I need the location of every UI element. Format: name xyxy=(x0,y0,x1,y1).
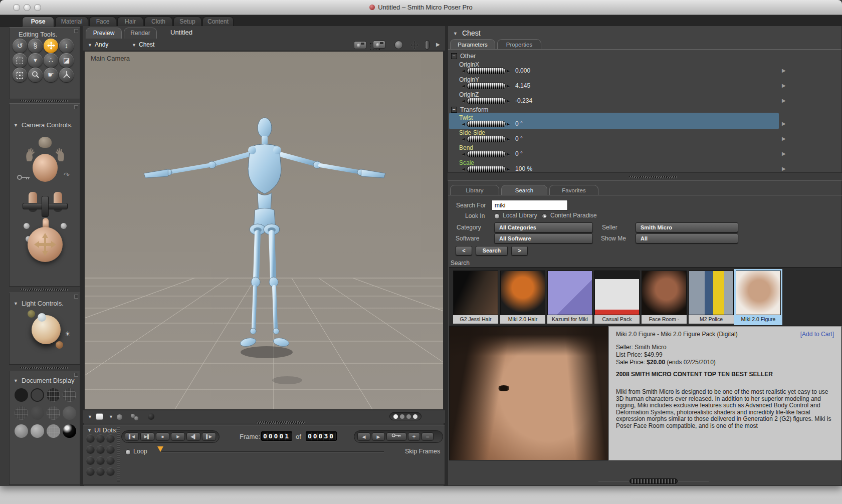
twist-tool-button[interactable]: § xyxy=(28,39,43,53)
rotate-tool-button[interactable]: ↺ xyxy=(13,39,27,53)
software-dropdown[interactable]: All Software xyxy=(494,233,593,243)
panel-resize-grip[interactable] xyxy=(257,421,305,424)
camera-trackball[interactable] xyxy=(28,227,63,262)
tracking-ball-icon[interactable] xyxy=(117,414,122,420)
display-smooth-shaded-icon[interactable] xyxy=(15,424,28,438)
category-dropdown[interactable]: All Categories xyxy=(494,222,593,232)
dial-widget[interactable] xyxy=(467,83,506,89)
first-frame-button[interactable]: ▌◀ xyxy=(125,432,139,441)
display-silhouette-icon[interactable] xyxy=(15,388,28,402)
dial-left-arrow-icon[interactable]: ◂ xyxy=(462,68,465,74)
param-value[interactable]: 0 ° xyxy=(515,135,523,142)
dial-left-arrow-icon[interactable]: ◂ xyxy=(462,121,465,127)
light-globe[interactable] xyxy=(32,315,61,344)
hand-capsule-icon[interactable] xyxy=(425,40,430,50)
thumbnail-miki-20-figure-selected[interactable]: Miki 2.0 Figure xyxy=(736,271,781,324)
dial-widget[interactable] xyxy=(467,121,506,127)
tab-face[interactable]: Face xyxy=(89,17,116,27)
viewport[interactable]: Main Camera xyxy=(84,51,444,410)
dial-right-arrow-icon[interactable]: ▸ xyxy=(507,68,510,74)
param-dial-twist[interactable]: ◂▸ 0 ° xyxy=(462,120,523,127)
next-results-button[interactable]: > xyxy=(511,246,528,256)
grouping-tool-button[interactable] xyxy=(13,68,27,82)
background-color-chip[interactable] xyxy=(96,413,103,420)
dial-widget[interactable] xyxy=(467,151,506,157)
panel-resize-grip[interactable] xyxy=(629,176,677,178)
display-hidden-line-icon[interactable] xyxy=(63,388,76,402)
show-me-dropdown[interactable]: All xyxy=(636,233,738,243)
thumbnail-face-room[interactable]: Face Room - xyxy=(642,271,687,324)
camera-view-icon[interactable] xyxy=(354,41,366,49)
display-cartoon-icon[interactable] xyxy=(63,406,76,420)
ui-dot-button[interactable] xyxy=(106,467,115,476)
stop-button[interactable]: ■ xyxy=(156,432,170,441)
paint-tool-button[interactable]: ◪ xyxy=(59,53,74,68)
previous-key-button[interactable]: ◀ xyxy=(357,432,370,441)
face-camera-icon[interactable] xyxy=(39,137,52,148)
tab-library[interactable]: Library xyxy=(450,185,499,195)
delete-keyframe-button[interactable]: − xyxy=(422,432,434,441)
collapse-triangle-icon[interactable]: ▼ xyxy=(14,378,18,383)
dial-left-arrow-icon[interactable]: ◂ xyxy=(462,151,465,157)
param-dial-originy[interactable]: ◂▸ 4.145 xyxy=(462,82,530,89)
add-keyframe-button[interactable]: + xyxy=(408,432,420,441)
dial-widget[interactable] xyxy=(467,98,506,104)
translate-inout-tool-button[interactable]: ↕ xyxy=(59,39,74,53)
tab-parameters[interactable]: Parameters xyxy=(450,39,495,49)
light-indicator-2-icon[interactable] xyxy=(38,313,46,322)
group-collapse-box[interactable]: − xyxy=(451,53,457,59)
head-camera-icon[interactable] xyxy=(33,154,58,182)
scrollbar-handle[interactable] xyxy=(629,478,678,484)
ui-dot-button[interactable] xyxy=(96,445,105,454)
magnify-tool-button[interactable] xyxy=(28,68,43,82)
dot-icon[interactable] xyxy=(413,414,417,419)
dot-icon[interactable] xyxy=(406,414,411,419)
dial-widget[interactable] xyxy=(467,166,506,172)
expand-controls-arrow-icon[interactable]: ▶ xyxy=(436,42,440,47)
dial-left-arrow-icon[interactable]: ◂ xyxy=(462,166,465,172)
step-forward-button[interactable]: ▌▶ xyxy=(202,432,216,441)
ui-dot-button[interactable] xyxy=(106,445,115,454)
collapse-triangle-icon[interactable]: ▼ xyxy=(14,123,18,128)
camera-name-label[interactable]: Main Camera xyxy=(91,55,130,62)
current-frame-field[interactable]: 00001 xyxy=(261,431,292,441)
key-icon[interactable] xyxy=(17,174,31,181)
collapse-triangle-icon[interactable]: ▼ xyxy=(87,428,92,433)
ui-dot-button[interactable] xyxy=(106,434,115,443)
color-tool-button[interactable]: ☛ xyxy=(44,68,58,82)
dark-ball-icon[interactable] xyxy=(148,413,154,420)
dot-icon[interactable] xyxy=(400,414,404,419)
left-hand-camera-icon[interactable] xyxy=(25,148,36,162)
ui-dot-button[interactable] xyxy=(86,456,95,465)
add-to-cart-link[interactable]: [Add to Cart] xyxy=(800,331,834,338)
thumbnail-casual-pack[interactable]: Casual Pack xyxy=(594,271,640,324)
dolly-cross-vertical[interactable] xyxy=(42,196,49,217)
param-dial-side-side[interactable]: ◂▸ 0 ° xyxy=(462,135,523,142)
multi-ball-icon[interactable] xyxy=(134,416,138,420)
dial-right-arrow-icon[interactable]: ▸ xyxy=(507,166,510,172)
tab-preview[interactable]: Preview xyxy=(86,28,122,39)
param-dial-originx[interactable]: ◂▸ 0.000 xyxy=(462,67,530,74)
dial-right-arrow-icon[interactable]: ▸ xyxy=(507,98,510,104)
group-collapse-box[interactable]: − xyxy=(451,107,457,113)
dial-left-arrow-icon[interactable]: ◂ xyxy=(462,83,465,89)
param-value[interactable]: 100 % xyxy=(515,165,532,172)
search-button[interactable]: Search xyxy=(476,246,508,256)
ui-dot-button[interactable] xyxy=(86,467,95,476)
param-options-arrow-icon[interactable]: ▶ xyxy=(782,166,786,171)
right-hand-camera-icon[interactable] xyxy=(55,148,66,162)
ui-dot-button[interactable] xyxy=(86,434,95,443)
panel-resize-grip[interactable] xyxy=(20,289,68,291)
previous-results-button[interactable]: < xyxy=(456,246,472,256)
scene-canvas[interactable] xyxy=(85,52,443,409)
light-indicator-3-icon[interactable] xyxy=(56,341,63,349)
param-options-arrow-icon[interactable]: ▶ xyxy=(782,98,786,103)
step-back-button[interactable]: ◀▌ xyxy=(186,432,200,441)
panel-corner-icon[interactable] xyxy=(74,105,78,109)
panel-corner-icon[interactable] xyxy=(74,295,78,299)
ui-dot-button[interactable] xyxy=(96,456,105,465)
next-key-button[interactable]: ▶ xyxy=(372,432,385,441)
display-flat-shaded-icon[interactable] xyxy=(31,406,44,420)
trackball-mini-icon[interactable] xyxy=(394,41,403,49)
param-value[interactable]: 0 ° xyxy=(515,120,523,127)
